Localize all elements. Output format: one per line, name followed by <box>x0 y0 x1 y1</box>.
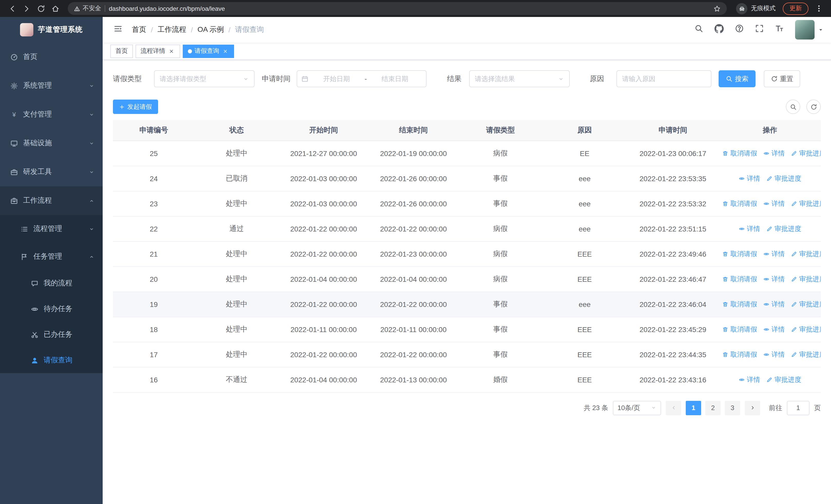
browser-forward-button[interactable] <box>20 1 34 16</box>
action-progress-link[interactable]: 审批进度 <box>766 224 801 233</box>
reset-button[interactable]: 重置 <box>764 70 800 87</box>
action-detail-link[interactable]: 详情 <box>739 375 760 384</box>
action-cancel-link[interactable]: 取消请假 <box>722 249 757 259</box>
action-detail-link[interactable]: 详情 <box>739 174 760 183</box>
cell-start-time: 2022-01-04 00:00:00 <box>279 367 369 392</box>
action-cancel-link[interactable]: 取消请假 <box>722 274 757 284</box>
sidebar-item-workflow[interactable]: 工作流程 <box>0 186 103 215</box>
next-page-button[interactable] <box>745 401 760 415</box>
toggle-search-button[interactable] <box>786 99 800 114</box>
create-leave-button[interactable]: 发起请假 <box>113 99 158 114</box>
action-cancel-link[interactable]: 取消请假 <box>722 325 757 334</box>
column-header: 申请编号 <box>113 120 195 141</box>
tab-close-icon[interactable] <box>222 48 229 55</box>
tab-process-detail[interactable]: 流程详情 <box>136 45 180 58</box>
fullscreen-button[interactable] <box>755 24 764 35</box>
bookmark-star-icon[interactable] <box>713 5 721 12</box>
action-detail-link[interactable]: 详情 <box>763 299 785 309</box>
action-progress-link[interactable]: 审批进度 <box>791 350 821 359</box>
action-cancel-link[interactable]: 取消请假 <box>722 199 757 208</box>
action-progress-link[interactable]: 审批进度 <box>791 249 821 259</box>
page-size-select[interactable]: 10条/页 <box>613 401 661 415</box>
sidebar-item-todo-tasks[interactable]: 待办任务 <box>0 296 103 322</box>
action-cancel-link[interactable]: 取消请假 <box>722 149 757 158</box>
sidebar-item-leave-query[interactable]: 请假查询 <box>0 348 103 373</box>
security-status[interactable]: 不安全 <box>74 4 101 13</box>
action-label: 取消请假 <box>730 249 757 259</box>
action-detail-link[interactable]: 详情 <box>763 199 785 208</box>
table-row[interactable]: 21 处理中 2022-01-22 00:00:00 2022-01-23 00… <box>113 241 821 266</box>
table-row[interactable]: 24 已取消 2022-01-03 00:00:00 2022-01-26 00… <box>113 166 821 191</box>
action-detail-link[interactable]: 详情 <box>763 249 785 259</box>
action-progress-link[interactable]: 审批进度 <box>791 199 821 208</box>
sidebar-item-system[interactable]: 系统管理 <box>0 71 103 100</box>
action-detail-link[interactable]: 详情 <box>763 149 785 158</box>
browser-back-button[interactable] <box>5 1 20 16</box>
breadcrumb-item[interactable]: 首页 <box>132 25 146 34</box>
action-detail-link[interactable]: 详情 <box>763 350 785 359</box>
action-label: 审批进度 <box>775 375 801 384</box>
action-cancel-link[interactable]: 取消请假 <box>722 350 757 359</box>
refresh-table-button[interactable] <box>806 99 821 114</box>
action-detail-link[interactable]: 详情 <box>739 224 760 233</box>
sidebar-item-my-process[interactable]: 我的流程 <box>0 270 103 296</box>
breadcrumb-item[interactable]: 工作流程 <box>157 25 186 34</box>
table-row[interactable]: 19 处理中 2022-01-22 00:00:00 2022-01-22 00… <box>113 292 821 317</box>
tab-leave-query[interactable]: 请假查询 <box>183 45 234 58</box>
table-row[interactable]: 25 处理中 2021-12-27 00:00:00 2022-01-19 00… <box>113 141 821 166</box>
page-number-button[interactable]: 2 <box>705 401 721 415</box>
sidebar-toggle-button[interactable] <box>110 24 126 36</box>
leave-type-select[interactable]: 请选择请假类型 <box>154 70 255 87</box>
table-row[interactable]: 17 处理中 2022-01-22 00:00:00 2022-01-22 00… <box>113 342 821 367</box>
page-content: 请假类型 请选择请假类型 申请时间 开始日期 - 结束日期 结果 请选择流结果 <box>103 60 831 504</box>
table-row[interactable]: 23 处理中 2022-01-03 00:00:00 2022-01-26 00… <box>113 191 821 216</box>
action-detail-link[interactable]: 详情 <box>763 325 785 334</box>
table-row[interactable]: 18 处理中 2022-01-11 00:00:00 2022-01-11 00… <box>113 317 821 342</box>
result-select[interactable]: 请选择流结果 <box>469 70 570 87</box>
tab-home[interactable]: 首页 <box>110 45 133 58</box>
user-menu[interactable] <box>795 20 823 39</box>
action-progress-link[interactable]: 审批进度 <box>791 299 821 309</box>
action-progress-link[interactable]: 审批进度 <box>791 149 821 158</box>
breadcrumb-item[interactable]: OA 示例 <box>198 25 224 34</box>
prev-page-button[interactable] <box>666 401 681 415</box>
sidebar-item-done-tasks[interactable]: 已办任务 <box>0 322 103 348</box>
goto-page-input[interactable] <box>787 401 809 415</box>
search-button[interactable]: 搜索 <box>719 70 755 87</box>
sidebar-item-infrastructure[interactable]: 基础设施 <box>0 129 103 157</box>
apply-time-range-picker[interactable]: 开始日期 - 结束日期 <box>297 70 427 87</box>
browser-reload-button[interactable] <box>34 1 48 16</box>
menu-item-icon <box>31 356 38 364</box>
table-row[interactable]: 22 通过 2022-01-22 00:00:00 2022-01-22 00:… <box>113 216 821 241</box>
browser-home-button[interactable] <box>48 1 63 16</box>
cell-apply-id: 16 <box>113 367 195 392</box>
sidebar-item-home[interactable]: 首页 <box>0 42 103 71</box>
table-row[interactable]: 16 不通过 2022-01-04 00:00:00 2022-01-13 00… <box>113 367 821 392</box>
action-progress-link[interactable]: 审批进度 <box>791 325 821 334</box>
action-cancel-link[interactable]: 取消请假 <box>722 299 757 309</box>
header-search-button[interactable] <box>694 24 703 35</box>
action-detail-link[interactable]: 详情 <box>763 274 785 284</box>
sidebar-item-dev-tools[interactable]: 研发工具 <box>0 157 103 186</box>
sidebar-item-payment[interactable]: ¥ 支付管理 <box>0 100 103 129</box>
tab-close-icon[interactable] <box>168 48 175 55</box>
docs-help-button[interactable] <box>735 24 744 35</box>
browser-update-button[interactable]: 更新 <box>783 2 808 14</box>
cell-end-time: 2022-01-22 00:00:00 <box>369 216 458 241</box>
menu-item-label: 系统管理 <box>23 81 52 90</box>
reason-input[interactable]: 请输入原因 <box>617 70 711 87</box>
action-progress-link[interactable]: 审批进度 <box>766 174 801 183</box>
sidebar-item-process-management[interactable]: 流程管理 <box>0 215 103 243</box>
column-header: 申请时间 <box>627 120 719 141</box>
table-row[interactable]: 20 处理中 2022-01-04 00:00:00 2022-01-04 00… <box>113 266 821 292</box>
action-progress-link[interactable]: 审批进度 <box>791 274 821 284</box>
page-number-button[interactable]: 1 <box>686 401 701 415</box>
font-size-button[interactable] <box>775 24 784 35</box>
browser-menu-button[interactable] <box>811 1 826 16</box>
sidebar-item-task-management[interactable]: 任务管理 <box>0 243 103 270</box>
app-logo[interactable]: 芋道管理系统 <box>0 17 103 42</box>
action-progress-link[interactable]: 审批进度 <box>766 375 801 384</box>
github-link[interactable] <box>715 24 724 36</box>
page-number-button[interactable]: 3 <box>725 401 740 415</box>
address-bar[interactable]: 不安全 dashboard.yudao.iocoder.cn/bpm/oa/le… <box>68 2 727 15</box>
